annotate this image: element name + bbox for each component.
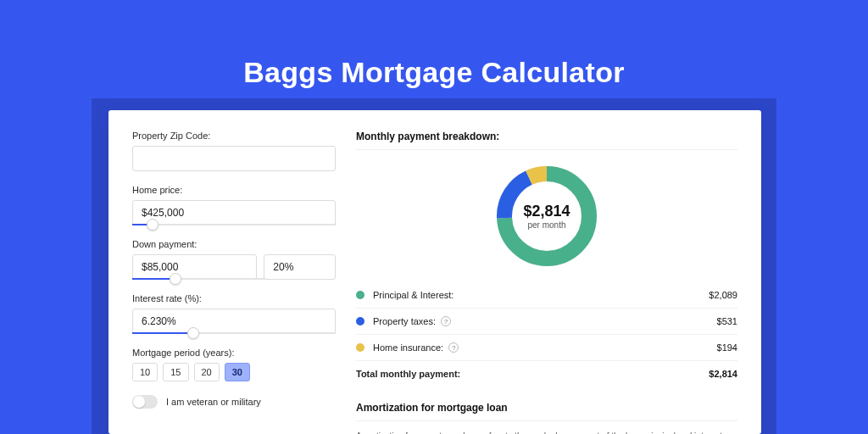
legend-row-total: Total monthly payment: $2,814: [356, 361, 737, 387]
dot-pi: [356, 291, 364, 299]
period-label: Mortgage period (years):: [132, 348, 336, 358]
legend-val-ins: $194: [717, 342, 737, 353]
calculator-card: Property Zip Code: Home price: Down paym…: [108, 110, 761, 434]
donut-chart: $2,814 per month: [492, 162, 601, 270]
interest-group: Interest rate (%):: [132, 293, 336, 334]
legend-row-ins: Home insurance: ? $194: [356, 335, 737, 361]
info-icon[interactable]: ?: [441, 316, 451, 326]
donut-amount: $2,814: [523, 203, 570, 220]
period-chip-15[interactable]: 15: [163, 363, 188, 381]
down-payment-input[interactable]: [132, 254, 257, 280]
legend-row-tax: Property taxes: ? $531: [356, 309, 737, 335]
legend-total-label: Total monthly payment:: [356, 369, 460, 379]
period-chips: 10 15 20 30: [132, 363, 336, 381]
period-chip-10[interactable]: 10: [132, 363, 158, 381]
breakdown-panel: Monthly payment breakdown: $2,814 per mo…: [356, 131, 737, 434]
period-chip-30[interactable]: 30: [225, 363, 250, 381]
down-payment-pct-input[interactable]: [264, 254, 336, 280]
home-price-input[interactable]: [132, 200, 336, 225]
zip-label: Property Zip Code:: [132, 131, 336, 141]
interest-label: Interest rate (%):: [132, 293, 336, 303]
legend-label-tax: Property taxes:: [373, 316, 436, 326]
home-price-slider[interactable]: [132, 224, 336, 225]
breakdown-title: Monthly payment breakdown:: [356, 131, 737, 150]
period-chip-20[interactable]: 20: [194, 363, 220, 381]
legend-label-pi: Principal & Interest:: [373, 290, 453, 300]
home-price-label: Home price:: [132, 185, 336, 195]
info-icon[interactable]: ?: [448, 342, 459, 353]
veteran-row: I am veteran or military: [132, 395, 336, 409]
dot-tax: [356, 317, 364, 326]
hero: Baggs Mortgage Calculator Property Zip C…: [0, 0, 868, 434]
veteran-toggle[interactable]: [132, 395, 158, 409]
page-title: Baggs Mortgage Calculator: [0, 56, 868, 89]
legend-val-tax: $531: [717, 316, 737, 326]
donut-sub: per month: [527, 220, 565, 230]
legend-row-pi: Principal & Interest: $2,089: [356, 282, 737, 309]
down-payment-slider[interactable]: [132, 278, 266, 280]
legend-label-ins: Home insurance:: [373, 342, 443, 353]
home-price-group: Home price:: [132, 185, 336, 225]
legend: Principal & Interest: $2,089 Property ta…: [356, 282, 737, 387]
interest-input[interactable]: [132, 309, 336, 334]
legend-val-pi: $2,089: [709, 290, 737, 300]
down-payment-group: Down payment:: [132, 239, 336, 280]
dot-ins: [356, 343, 364, 352]
interest-slider[interactable]: [132, 332, 336, 334]
amort-text: Amortization for a mortgage loan refers …: [356, 430, 737, 434]
donut-wrap: $2,814 per month: [356, 162, 737, 270]
amort-section: Amortization for mortgage loan Amortizat…: [356, 402, 737, 434]
veteran-label: I am veteran or military: [166, 397, 261, 407]
period-group: Mortgage period (years): 10 15 20 30: [132, 348, 336, 381]
amort-title: Amortization for mortgage loan: [356, 402, 737, 421]
zip-group: Property Zip Code:: [132, 131, 336, 171]
down-payment-label: Down payment:: [132, 239, 336, 249]
form-panel: Property Zip Code: Home price: Down paym…: [132, 131, 336, 434]
zip-input[interactable]: [132, 146, 336, 171]
legend-total-val: $2,814: [709, 369, 737, 379]
